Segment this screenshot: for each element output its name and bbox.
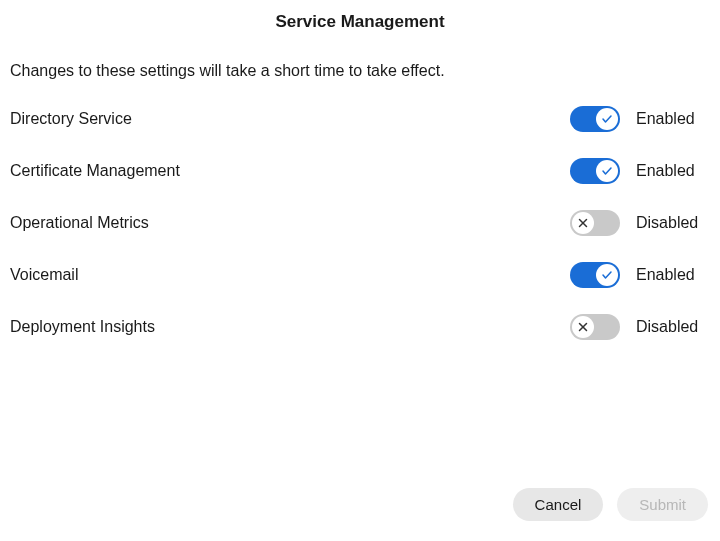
service-row: VoicemailEnabled (10, 262, 710, 288)
check-icon (596, 108, 618, 130)
check-icon (596, 264, 618, 286)
cross-icon (572, 316, 594, 338)
cancel-button[interactable]: Cancel (513, 488, 604, 521)
toggle-wrap: Enabled (570, 262, 710, 288)
service-status: Disabled (636, 214, 698, 232)
toggle-wrap: Disabled (570, 210, 710, 236)
service-toggle[interactable] (570, 158, 620, 184)
cross-icon (572, 212, 594, 234)
service-toggle[interactable] (570, 106, 620, 132)
service-toggle[interactable] (570, 314, 620, 340)
toggle-wrap: Enabled (570, 158, 710, 184)
service-row: Deployment InsightsDisabled (10, 314, 710, 340)
check-icon (596, 160, 618, 182)
service-toggle[interactable] (570, 262, 620, 288)
settings-subtitle: Changes to these settings will take a sh… (10, 62, 710, 80)
footer-buttons: Cancel Submit (513, 488, 708, 521)
service-row: Operational MetricsDisabled (10, 210, 710, 236)
service-list: Directory ServiceEnabledCertificate Mana… (10, 106, 710, 366)
service-label: Voicemail (10, 266, 570, 284)
toggle-wrap: Enabled (570, 106, 710, 132)
service-status: Enabled (636, 110, 695, 128)
service-label: Directory Service (10, 110, 570, 128)
page-title: Service Management (10, 12, 710, 32)
toggle-wrap: Disabled (570, 314, 710, 340)
service-toggle[interactable] (570, 210, 620, 236)
service-row: Certificate ManagementEnabled (10, 158, 710, 184)
service-label: Operational Metrics (10, 214, 570, 232)
submit-button: Submit (617, 488, 708, 521)
service-status: Enabled (636, 162, 695, 180)
service-status: Disabled (636, 318, 698, 336)
service-label: Certificate Management (10, 162, 570, 180)
service-status: Enabled (636, 266, 695, 284)
service-label: Deployment Insights (10, 318, 570, 336)
service-row: Directory ServiceEnabled (10, 106, 710, 132)
